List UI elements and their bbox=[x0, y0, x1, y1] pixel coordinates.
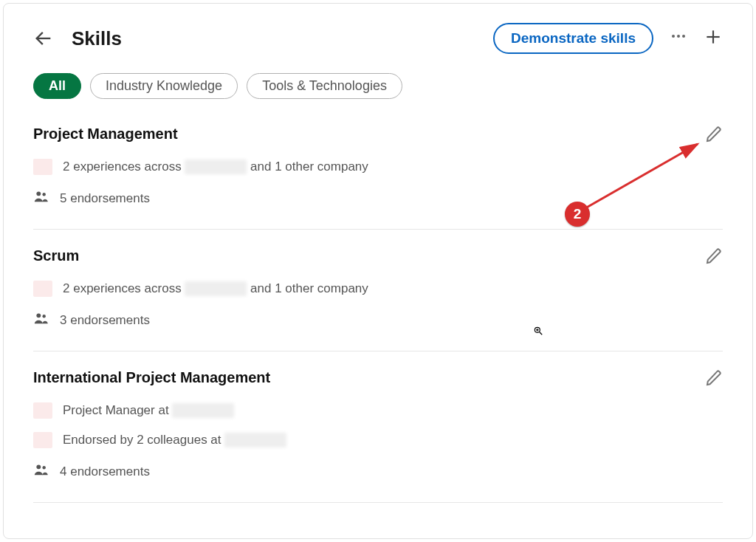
endorsements-count-text: 3 endorsements bbox=[60, 313, 150, 328]
skill-item-header: Project Management bbox=[33, 126, 723, 159]
people-icon bbox=[33, 462, 49, 478]
arrow-left-icon bbox=[33, 28, 54, 49]
redacted-text bbox=[172, 403, 234, 418]
ellipsis-icon bbox=[670, 27, 687, 45]
skill-meta-row: 2 experiences across and 1 other company bbox=[33, 159, 723, 175]
svg-point-7 bbox=[42, 193, 45, 196]
skill-role-text: Project Manager at bbox=[63, 403, 234, 419]
filter-chip-industry-knowledge[interactable]: Industry Knowledge bbox=[90, 73, 238, 99]
filter-chip-row: AllIndustry KnowledgeTools & Technologie… bbox=[33, 73, 723, 99]
skill-item: International Project ManagementProject … bbox=[33, 369, 723, 503]
demonstrate-skills-button[interactable]: Demonstrate skills bbox=[493, 23, 653, 54]
redacted-text bbox=[185, 281, 247, 296]
header-actions: Demonstrate skills bbox=[493, 23, 723, 54]
skill-item: Project Management2 experiences across a… bbox=[33, 126, 723, 230]
people-icon bbox=[33, 310, 49, 326]
company-logo-thumb bbox=[33, 432, 52, 448]
pencil-icon bbox=[705, 369, 723, 387]
endorsements-icon-wrap bbox=[33, 310, 49, 330]
skill-experience-text: 2 experiences across and 1 other company bbox=[63, 159, 368, 175]
edit-skill-button[interactable] bbox=[705, 126, 723, 146]
endorsements-icon-wrap bbox=[33, 462, 49, 481]
svg-point-3 bbox=[682, 35, 685, 38]
skill-item-header: Scrum bbox=[33, 247, 723, 281]
filter-chip-tools-technologies[interactable]: Tools & Technologies bbox=[247, 73, 402, 99]
back-button[interactable] bbox=[33, 28, 54, 49]
skill-meta-row: Project Manager at bbox=[33, 402, 723, 419]
header-row: Skills Demonstrate skills bbox=[33, 23, 723, 54]
endorsements-count-text: 5 endorsements bbox=[60, 191, 150, 206]
svg-point-11 bbox=[42, 466, 45, 469]
skill-name: Scrum bbox=[33, 247, 79, 264]
svg-point-10 bbox=[36, 464, 41, 469]
company-logo-thumb bbox=[33, 281, 52, 297]
page-title: Skills bbox=[72, 27, 122, 50]
skill-name: Project Management bbox=[33, 126, 178, 143]
filter-chip-all[interactable]: All bbox=[33, 73, 81, 99]
skill-item: Scrum2 experiences across and 1 other co… bbox=[33, 247, 723, 351]
endorsements-icon-wrap bbox=[33, 188, 49, 208]
svg-point-2 bbox=[677, 35, 680, 38]
company-logo-thumb bbox=[33, 159, 52, 175]
company-logo-thumb bbox=[33, 402, 52, 419]
plus-icon bbox=[704, 27, 723, 47]
skill-meta-row: 5 endorsements bbox=[33, 188, 723, 208]
svg-point-6 bbox=[36, 191, 41, 196]
skill-meta-row: 2 experiences across and 1 other company bbox=[33, 281, 723, 297]
add-skill-button[interactable] bbox=[704, 27, 723, 49]
skill-item-header: International Project Management bbox=[33, 369, 723, 402]
skill-meta-row: 4 endorsements bbox=[33, 462, 723, 481]
skill-meta-row: Endorsed by 2 colleagues at bbox=[33, 432, 723, 448]
edit-skill-button[interactable] bbox=[705, 369, 723, 390]
header-left: Skills bbox=[33, 27, 122, 50]
pencil-icon bbox=[705, 247, 723, 265]
redacted-text bbox=[185, 159, 247, 174]
skill-name: International Project Management bbox=[33, 369, 270, 386]
edit-skill-button[interactable] bbox=[705, 247, 723, 268]
skill-meta-row: 3 endorsements bbox=[33, 310, 723, 330]
skill-colleagues-text: Endorsed by 2 colleagues at bbox=[63, 433, 286, 448]
redacted-text bbox=[224, 433, 286, 447]
skill-experience-text: 2 experiences across and 1 other company bbox=[63, 281, 368, 297]
skills-panel: Skills Demonstrate skills AllIndustry Kn… bbox=[3, 3, 753, 539]
more-menu-button[interactable] bbox=[670, 27, 687, 49]
svg-point-8 bbox=[36, 313, 41, 318]
svg-point-1 bbox=[672, 35, 675, 38]
skills-list: Project Management2 experiences across a… bbox=[33, 126, 723, 503]
people-icon bbox=[33, 188, 49, 205]
endorsements-count-text: 4 endorsements bbox=[60, 464, 150, 479]
svg-point-9 bbox=[42, 315, 45, 318]
pencil-icon bbox=[705, 126, 723, 143]
